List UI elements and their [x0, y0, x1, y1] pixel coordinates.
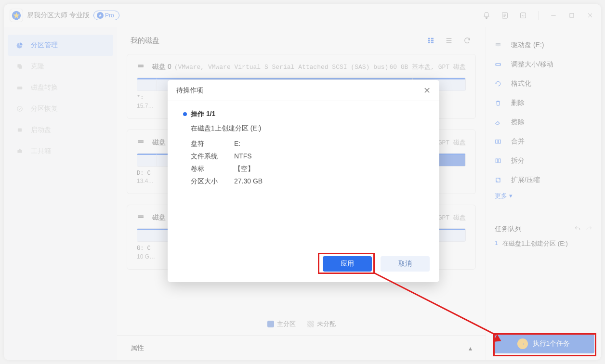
dialog-body: 操作 1/1 在磁盘1上创建分区 (E:) 盘符E:文件系统NTFS卷标【空】分…: [168, 101, 439, 248]
dialog-header: 待操作项 ✕: [168, 80, 439, 101]
op-row: 盘符E:: [191, 138, 424, 150]
op-key: 盘符: [191, 140, 234, 148]
op-value: 27.30 GB: [234, 177, 263, 186]
op-value: NTFS: [234, 152, 252, 161]
dialog-close-icon[interactable]: ✕: [423, 85, 431, 96]
op-key: 文件系统: [191, 152, 234, 161]
operation-details: 盘符E:文件系统NTFS卷标【空】分区大小27.30 GB: [191, 138, 424, 188]
operation-title: 操作 1/1: [183, 110, 424, 118]
op-key: 分区大小: [191, 177, 234, 186]
cancel-button[interactable]: 取消: [381, 256, 430, 272]
bullet-icon: [183, 112, 187, 116]
op-row: 分区大小27.30 GB: [191, 175, 424, 188]
dialog-footer: 应用 取消: [168, 248, 439, 282]
op-key: 卷标: [191, 165, 234, 173]
pending-ops-dialog: 待操作项 ✕ 操作 1/1 在磁盘1上创建分区 (E:) 盘符E:文件系统NTF…: [168, 80, 439, 282]
op-row: 文件系统NTFS: [191, 150, 424, 163]
operation-description: 在磁盘1上创建分区 (E:): [191, 124, 424, 133]
op-row: 卷标【空】: [191, 163, 424, 175]
apply-button[interactable]: 应用: [323, 256, 372, 272]
op-value: E:: [234, 140, 240, 148]
dialog-title: 待操作项: [176, 86, 203, 95]
op-value: 【空】: [234, 165, 254, 173]
